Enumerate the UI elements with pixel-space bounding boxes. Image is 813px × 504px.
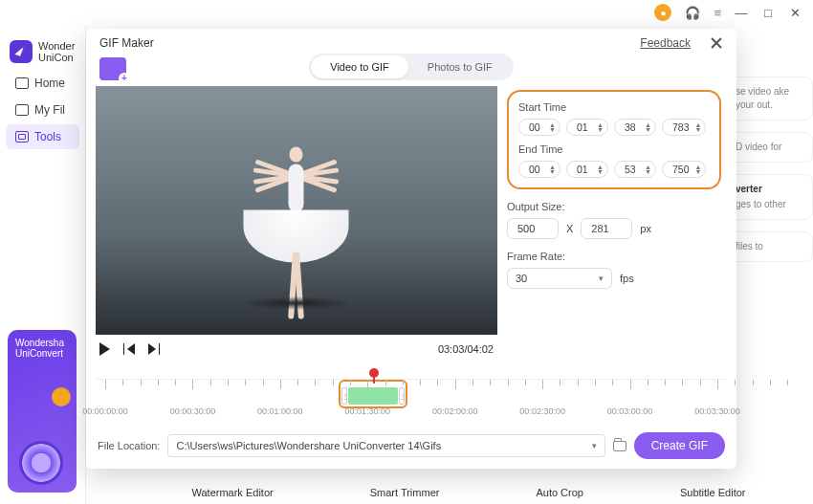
time-display: 03:03/04:02: [438, 343, 494, 355]
framerate-unit: fps: [620, 273, 634, 284]
timeline-label: 00:03:30:00: [694, 406, 740, 416]
size-separator: X: [566, 223, 573, 234]
window-titlebar: ● 🎧 ≡ — □ ✕: [0, 0, 813, 25]
framerate-label: Frame Rate:: [507, 251, 721, 262]
prev-frame-button[interactable]: [123, 343, 135, 355]
selection-handle-right[interactable]: ⋮: [399, 387, 405, 405]
stepper-arrows-icon[interactable]: ▲▼: [597, 164, 604, 174]
next-frame-button[interactable]: [148, 343, 160, 355]
sidebar-item-label: Home: [34, 77, 65, 90]
tool-subtitle-editor[interactable]: Subtitle Editor: [680, 487, 745, 498]
stepper-arrows-icon[interactable]: ▲▼: [645, 122, 651, 132]
time-range-group: Start Time 00▲▼ 01▲▼ 38▲▼ 783▲▼ End Time…: [507, 90, 721, 189]
stepper-arrows-icon[interactable]: ▲▼: [645, 164, 651, 174]
output-height-input[interactable]: 281: [581, 218, 632, 239]
tool-smart-trimmer[interactable]: Smart Trimmer: [370, 487, 440, 498]
tab-photos-to-gif[interactable]: Photos to GIF: [408, 55, 512, 78]
timeline-label: 00:02:00:00: [432, 406, 478, 416]
start-time-label: Start Time: [518, 101, 710, 113]
sidebar-item-label: My Fil: [34, 103, 65, 117]
timeline-label: 00:03:00:00: [607, 406, 653, 416]
end-time-label: End Time: [518, 143, 710, 155]
video-preview[interactable]: [96, 86, 497, 335]
settings-panel: Start Time 00▲▼ 01▲▼ 38▲▼ 783▲▼ End Time…: [507, 86, 727, 377]
add-file-button[interactable]: [99, 57, 126, 80]
app-name-line2: UniCon: [38, 52, 75, 63]
user-avatar-icon[interactable]: ●: [654, 4, 671, 21]
menu-icon[interactable]: ≡: [714, 6, 721, 20]
promo-card[interactable]: Wondersha UniConvert: [8, 330, 77, 493]
tools-icon: [15, 131, 29, 142]
tool-auto-crop[interactable]: Auto Crop: [536, 487, 583, 498]
start-ss-stepper[interactable]: 38▲▼: [614, 119, 656, 136]
sidebar-item-label: Tools: [34, 130, 61, 143]
bg-card[interactable]: se video ake your out.: [727, 77, 813, 121]
tab-video-to-gif[interactable]: Video to GIF: [311, 55, 408, 78]
home-icon: [15, 77, 29, 89]
stepper-arrows-icon[interactable]: ▲▼: [549, 122, 556, 132]
timeline-label: 00:01:00:00: [257, 406, 303, 416]
stepper-arrows-icon[interactable]: ▲▼: [695, 164, 702, 174]
minimize-button[interactable]: —: [735, 6, 748, 19]
promo-line2: UniConvert: [15, 348, 69, 359]
playback-controls: 03:03/04:02: [96, 335, 497, 363]
play-button[interactable]: [99, 342, 110, 356]
app-name-line1: Wonder: [38, 40, 75, 52]
stepper-arrows-icon[interactable]: ▲▼: [549, 164, 556, 174]
end-mm-stepper[interactable]: 01▲▼: [566, 161, 608, 178]
close-modal-button[interactable]: [710, 36, 723, 50]
background-cards: se video ake your out. D video for verte…: [727, 77, 813, 274]
chevron-down-icon: ▾: [599, 274, 604, 283]
stepper-arrows-icon[interactable]: ▲▼: [597, 122, 604, 132]
selection-range[interactable]: ⋮ ⋮: [339, 380, 407, 408]
files-icon: [15, 104, 29, 116]
timeline[interactable]: ⋮ ⋮ 00:00:00:0000:00:30:0000:01:00:0000:…: [86, 377, 736, 427]
sidebar-item-home[interactable]: Home: [6, 71, 79, 96]
chevron-down-icon: ▾: [592, 441, 597, 450]
playhead-icon[interactable]: [373, 374, 375, 383]
browse-folder-button[interactable]: [613, 441, 626, 451]
promo-line1: Wondersha: [15, 338, 69, 348]
stepper-arrows-icon[interactable]: ▲▼: [695, 122, 702, 132]
timeline-label: 00:00:30:00: [170, 406, 216, 416]
start-hh-stepper[interactable]: 00▲▼: [518, 119, 560, 136]
timeline-label: 00:01:30:00: [345, 406, 391, 416]
mode-tabs: Video to GIF Photos to GIF: [309, 54, 513, 80]
timeline-label: 00:02:30:00: [519, 406, 565, 416]
output-size-label: Output Size:: [507, 201, 721, 212]
player-panel: 03:03/04:02: [96, 86, 497, 377]
file-location-label: File Location:: [98, 440, 160, 451]
promo-disc-icon: [19, 441, 63, 485]
bg-card[interactable]: D video for: [727, 132, 813, 163]
end-ms-stepper[interactable]: 750▲▼: [662, 161, 706, 178]
tool-watermark[interactable]: Watermark Editor: [192, 487, 274, 498]
maximize-button[interactable]: □: [761, 6, 775, 19]
promo-dot-icon: [52, 387, 71, 406]
close-window-button[interactable]: ✕: [788, 6, 802, 19]
end-ss-stepper[interactable]: 53▲▼: [614, 161, 656, 178]
end-hh-stepper[interactable]: 00▲▼: [518, 161, 560, 178]
create-gif-button[interactable]: Create GIF: [634, 432, 725, 459]
bg-card[interactable]: files to: [727, 231, 813, 262]
size-unit: px: [640, 223, 651, 234]
output-width-input[interactable]: 500: [507, 218, 559, 239]
start-ms-stepper[interactable]: 783▲▼: [662, 119, 706, 136]
timeline-label: 00:00:00:00: [82, 406, 128, 416]
feedback-link[interactable]: Feedback: [640, 36, 691, 50]
sidebar-item-files[interactable]: My Fil: [6, 98, 79, 122]
file-location-input[interactable]: C:\Users\ws\Pictures\Wondershare UniConv…: [167, 434, 604, 457]
framerate-select[interactable]: 30 ▾: [507, 268, 612, 289]
sidebar-item-tools[interactable]: Tools: [6, 124, 79, 149]
selection-handle-left[interactable]: ⋮: [341, 387, 347, 405]
start-mm-stepper[interactable]: 01▲▼: [566, 119, 608, 136]
gif-maker-modal: GIF Maker Feedback Video to GIF Photos t…: [86, 29, 736, 469]
sidebar: Wonder UniCon Home My Fil Tools Wondersh…: [0, 25, 86, 504]
logo-mark-icon: [10, 40, 33, 63]
bg-card[interactable]: verterges to other: [727, 174, 813, 220]
app-logo: Wonder UniCon: [0, 34, 85, 69]
modal-footer: File Location: C:\Users\ws\Pictures\Wond…: [86, 427, 736, 469]
bottom-tool-row: Watermark Editor Smart Trimmer Auto Crop…: [143, 487, 794, 498]
headset-icon[interactable]: 🎧: [685, 6, 700, 20]
modal-title: GIF Maker: [99, 36, 154, 50]
